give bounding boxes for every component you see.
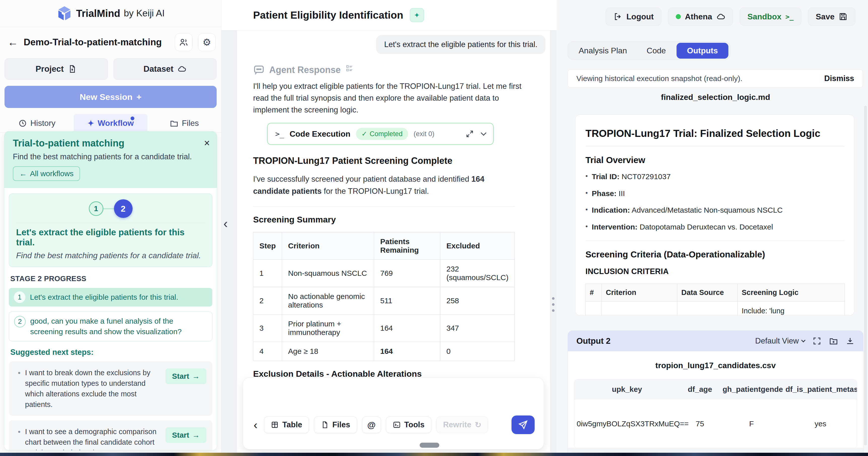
start-label: Start [172,372,189,381]
code-execution-card[interactable]: >_ Code Execution ✓ Completed (exit 0) [267,123,494,145]
result-post: for the TROPION-Lung17 trial. [321,187,429,195]
expand-icon[interactable] [465,130,474,138]
checklist-icon[interactable] [345,64,354,73]
files-button[interactable]: Files [314,417,357,433]
table-row: 0iw5gmyBOLZqSX3TRxMuEQ== 75 F yes [574,399,857,449]
tab-outputs[interactable]: Outputs [677,43,728,59]
suggestion-card: • I want to see a demographic comparison… [9,420,212,451]
col-criterion: Criterion [602,284,677,302]
col-metastatic: df_is_patient_metasta [783,379,857,399]
sandbox-button[interactable]: Sandbox >_ [740,7,802,26]
agent-intro-text: I'll help you extract eligible patients … [253,80,524,116]
new-session-label: New Session [80,92,132,102]
start-button[interactable]: Start → [165,368,206,384]
send-button[interactable] [512,416,535,434]
sidebar-tab-workflow[interactable]: ✦ Workflow [74,114,148,132]
project-header-row: ← Demo-Trial-to-patient-matching ⚙ [0,27,221,53]
athena-label: Athena [685,12,712,21]
step-1-circle[interactable]: 1 [89,201,103,216]
stage-title: Let's extract the eligible patients for … [16,227,205,247]
project-dataset-row: Project Dataset [0,53,221,80]
workflow-panel-header: Trial-to-patient matching × Find the bes… [4,131,217,188]
table-row: 2 No actionable genomic alterations 511 … [253,287,515,314]
list-item: Indication: Advanced/Metastatic Non-squa… [585,205,844,215]
rewrite-button[interactable]: Rewrite ↻ [436,417,488,433]
screening-summary-table: Step Criterion Patients Remaining Exclud… [253,232,515,361]
tools-button[interactable]: Tools [386,417,431,433]
cell-remaining: 164 [374,342,440,361]
tab-code[interactable]: Code [638,43,675,58]
mention-button[interactable]: @ [362,417,381,433]
col-excluded: Excluded [440,232,515,260]
table-button[interactable]: Table [264,417,309,433]
app-window: TrialMind by Keiji AI ← Demo-Trial-to-pa… [0,0,868,456]
athena-status-button[interactable]: Athena [668,7,733,26]
close-icon[interactable]: × [204,138,210,149]
sidebar-tab-history[interactable]: History [0,114,74,132]
download-icon[interactable] [846,336,855,345]
rewrite-button-label: Rewrite [443,420,471,429]
doc-criteria-heading: Screening Criteria (Data-Operationalizab… [585,249,844,260]
project-button[interactable]: Project [4,58,108,80]
col-step: Step [253,232,282,260]
all-workflows-button[interactable]: ← All workflows [13,166,80,181]
step-2-circle[interactable]: 2 [114,199,132,218]
resize-handle[interactable] [420,443,439,448]
dataset-button-label: Dataset [144,64,173,74]
chat-panel: Let's extract the eligible patients for … [237,30,550,456]
fullscreen-icon[interactable] [812,336,822,345]
view-selector[interactable]: Default View [755,336,805,345]
logout-button[interactable]: Logout [606,7,661,26]
panel-resize-divider[interactable] [550,30,557,456]
sidebar-tab-files[interactable]: Files [148,114,221,132]
floppy-save-icon [839,12,848,21]
tools-button-label: Tools [404,420,425,429]
files-button-label: Files [332,420,350,429]
back-icon[interactable]: ← [7,36,18,48]
col-df-age: df_age [680,379,720,399]
start-button[interactable]: Start → [165,427,206,443]
output-filename: finalized_selection_logic.md [567,93,864,102]
col-screening-logic: Screening Logic [738,284,845,302]
cell-remaining: 769 [374,260,440,287]
markdown-document-card[interactable]: TROPION-Lung17 Trial: Finalized Selectio… [575,115,855,315]
snapshot-notice-text: Viewing historical execution snapshot (r… [577,74,742,83]
screening-complete-heading: TROPION-Lung17 Patient Screening Complet… [253,155,546,166]
save-button[interactable]: Save [808,7,856,26]
message-input[interactable] [243,378,544,416]
plus-icon: + [136,92,142,102]
tab-analysis-plan[interactable]: Analysis Plan [569,43,636,58]
output-2-card: Output 2 Default View [567,330,864,456]
progress-2-text: good, can you make a funel analysis of t… [30,316,196,337]
progress-1-badge: 1 [14,292,25,303]
chevron-down-icon[interactable] [481,130,487,136]
suggestion-text: I want to break down the exclusions by s… [25,367,161,410]
new-session-button[interactable]: New Session + [4,86,217,108]
progress-item-1[interactable]: 1 Let's extract the eligible patients fo… [9,288,212,306]
online-status-dot [676,14,681,19]
cloud-icon [716,12,725,21]
cell-metastatic: yes [783,399,857,449]
people-icon [179,37,188,47]
collapse-sidebar-button[interactable]: ‹ [223,216,228,231]
doc-inclusion-heading: INCLUSION CRITERIA [585,267,844,276]
paper-plane-icon [518,420,528,430]
composer-collapse-button[interactable]: ‹ [252,418,259,432]
settings-button[interactable]: ⚙ [198,33,216,51]
suggestion-card: • I want to break down the exclusions by… [9,361,212,416]
dismiss-button[interactable]: Dismiss [824,74,854,83]
output-tabs: Analysis Plan Code Outputs [567,41,731,60]
progress-item-2[interactable]: 2 good, can you make a funel analysis of… [9,311,212,341]
members-button[interactable] [175,33,192,51]
dataset-button[interactable]: Dataset [114,58,217,80]
csv-table-container[interactable]: upk_key df_age gh_patientgender df_is_pa… [574,379,857,449]
bullet-icon: • [15,367,21,378]
sandbox-label: Sandbox [747,12,781,21]
logout-label: Logout [626,12,654,21]
agent-response-header: Agent Response [253,64,546,76]
user-message-bubble: Let's extract the eligible patients for … [376,35,546,54]
vertical-scrollbar[interactable] [864,106,867,446]
table-row: 1 Non-squamous NSCLC 769 232 (squamous/S… [253,260,515,287]
folder-plus-icon[interactable] [829,336,838,345]
arrow-right-icon: → [192,372,200,381]
